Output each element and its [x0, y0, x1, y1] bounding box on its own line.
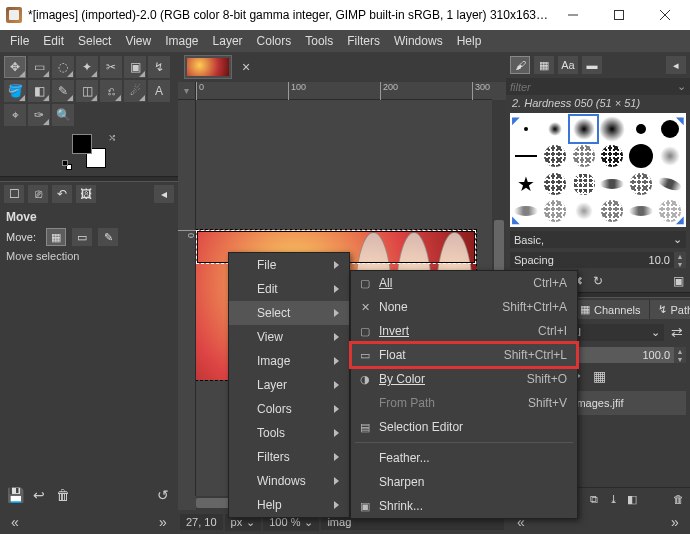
tab-menu-icon[interactable]: ◂ — [666, 56, 686, 74]
window-close-button[interactable] — [642, 0, 688, 30]
ctx-select-all[interactable]: ▢AllCtrl+A — [351, 271, 577, 295]
lock-alpha-icon[interactable]: ▦ — [590, 367, 608, 385]
reset-preset-icon[interactable]: ↺ — [154, 486, 172, 504]
save-preset-icon[interactable]: 💾 — [6, 486, 24, 504]
delete-preset-icon[interactable]: 🗑 — [54, 486, 72, 504]
color-swatches[interactable]: ⤭ — [72, 134, 106, 168]
menu-layer[interactable]: Layer — [207, 32, 249, 50]
ctx-windows[interactable]: Windows — [229, 469, 349, 493]
ruler-vertical[interactable]: 0 — [178, 100, 196, 496]
ctx-select-none[interactable]: ✕NoneShift+Ctrl+A — [351, 295, 577, 319]
menu-view[interactable]: View — [119, 32, 157, 50]
tool-transform[interactable]: ▣ — [124, 56, 146, 78]
collapse-dock-icon[interactable]: « — [6, 513, 24, 531]
menu-colors[interactable]: Colors — [251, 32, 298, 50]
move-target-layer[interactable]: ▦ — [46, 228, 66, 246]
layer-name[interactable]: images.jfif — [574, 397, 624, 409]
expand-dock-icon[interactable]: » — [154, 513, 172, 531]
spacing-value[interactable]: 10.0 — [634, 252, 674, 268]
tool-clone[interactable]: ⎌ — [100, 80, 122, 102]
restore-preset-icon[interactable]: ↩ — [30, 486, 48, 504]
brush-item[interactable] — [598, 198, 627, 226]
brush-item[interactable] — [541, 170, 570, 198]
tab-brushes[interactable]: 🖌 — [510, 56, 530, 74]
tab-device-status[interactable]: ⎚ — [28, 185, 48, 203]
menu-image[interactable]: Image — [159, 32, 204, 50]
brush-item[interactable] — [541, 198, 570, 226]
tool-pencil[interactable]: ✎ — [52, 80, 74, 102]
ctx-view[interactable]: View — [229, 325, 349, 349]
ctx-image[interactable]: Image — [229, 349, 349, 373]
brush-item[interactable] — [627, 143, 656, 171]
tab-history[interactable]: ▬ — [582, 56, 602, 74]
tool-free-select[interactable]: ◌ — [52, 56, 74, 78]
open-as-image-icon[interactable]: ▣ — [670, 273, 686, 289]
tool-crop[interactable]: ✂ — [100, 56, 122, 78]
brush-item[interactable] — [598, 115, 627, 143]
brush-item[interactable] — [598, 170, 627, 198]
tool-eraser[interactable]: ◫ — [76, 80, 98, 102]
window-minimize-button[interactable] — [550, 0, 596, 30]
tab-patterns[interactable]: ▦ — [534, 56, 554, 74]
ctx-select[interactable]: Select — [229, 301, 349, 325]
brush-preset-combo[interactable]: Basic,⌄ — [510, 231, 686, 248]
tool-color-picker[interactable]: ✑ — [28, 104, 50, 126]
brush-item[interactable] — [627, 115, 656, 143]
tool-move[interactable]: ✥ — [4, 56, 26, 78]
tab-images[interactable]: 🖼 — [76, 185, 96, 203]
brush-item[interactable] — [541, 143, 570, 171]
brush-item[interactable] — [627, 198, 656, 226]
swap-colors-icon[interactable]: ⤭ — [108, 132, 116, 143]
merge-down-icon[interactable]: ⤓ — [605, 491, 621, 507]
opacity-spinner[interactable]: ▲▼ — [674, 347, 686, 363]
brush-item[interactable] — [598, 143, 627, 171]
ctx-tools[interactable]: Tools — [229, 421, 349, 445]
brush-item[interactable] — [569, 143, 598, 171]
ctx-file[interactable]: File — [229, 253, 349, 277]
delete-layer-icon[interactable]: 🗑 — [670, 491, 686, 507]
brush-item[interactable] — [512, 143, 541, 171]
duplicate-layer-icon[interactable]: ⧉ — [586, 491, 602, 507]
ctx-layer[interactable]: Layer — [229, 373, 349, 397]
tab-menu-icon[interactable]: ◂ — [154, 185, 174, 203]
brush-item[interactable] — [655, 143, 684, 171]
tool-text[interactable]: ⌖ — [4, 104, 26, 126]
tab-paths[interactable]: ↯Paths — [650, 300, 690, 319]
menu-filters[interactable]: Filters — [341, 32, 386, 50]
ctx-edit[interactable]: Edit — [229, 277, 349, 301]
document-tab-close[interactable]: × — [238, 59, 254, 75]
brush-item[interactable] — [569, 170, 598, 198]
menu-file[interactable]: File — [4, 32, 35, 50]
tool-warp[interactable]: ↯ — [148, 56, 170, 78]
menu-edit[interactable]: Edit — [37, 32, 70, 50]
fg-color-swatch[interactable] — [72, 134, 92, 154]
ctx-selection-editor[interactable]: ▤Selection Editor — [351, 415, 577, 439]
menu-tools[interactable]: Tools — [299, 32, 339, 50]
tool-rect-select[interactable]: ▭ — [28, 56, 50, 78]
ctx-select-by-color[interactable]: ◑By ColorShift+O — [351, 367, 577, 391]
brush-item[interactable] — [541, 115, 570, 143]
tool-bucket-fill[interactable]: 🪣 — [4, 80, 26, 102]
tab-channels[interactable]: ▦Channels — [572, 300, 649, 319]
tab-fonts[interactable]: Aa — [558, 56, 578, 74]
brush-item[interactable] — [655, 170, 684, 198]
ctx-shrink[interactable]: ▣Shrink... — [351, 494, 577, 518]
spacing-spinner[interactable]: ▲▼ — [674, 252, 686, 268]
document-tab[interactable] — [184, 55, 232, 79]
tab-undo-history[interactable]: ↶ — [52, 185, 72, 203]
move-target-path[interactable]: ✎ — [98, 228, 118, 246]
ctx-sharpen[interactable]: Sharpen — [351, 470, 577, 494]
brush-item[interactable]: ★ — [512, 170, 541, 198]
menu-select[interactable]: Select — [72, 32, 117, 50]
move-target-selection[interactable]: ▭ — [72, 228, 92, 246]
brush-filter-input[interactable] — [510, 81, 673, 93]
menu-help[interactable]: Help — [451, 32, 488, 50]
ctx-filters[interactable]: Filters — [229, 445, 349, 469]
ctx-select-invert[interactable]: ▢InvertCtrl+I — [351, 319, 577, 343]
ctx-help[interactable]: Help — [229, 493, 349, 517]
default-colors-icon[interactable] — [62, 160, 72, 170]
chevron-down-icon[interactable]: ⌄ — [677, 80, 686, 93]
tab-tool-options[interactable]: ☐ — [4, 185, 24, 203]
mode-switch-icon[interactable]: ⇄ — [668, 323, 686, 341]
ctx-select-float[interactable]: ▭FloatShift+Ctrl+L — [351, 343, 577, 367]
